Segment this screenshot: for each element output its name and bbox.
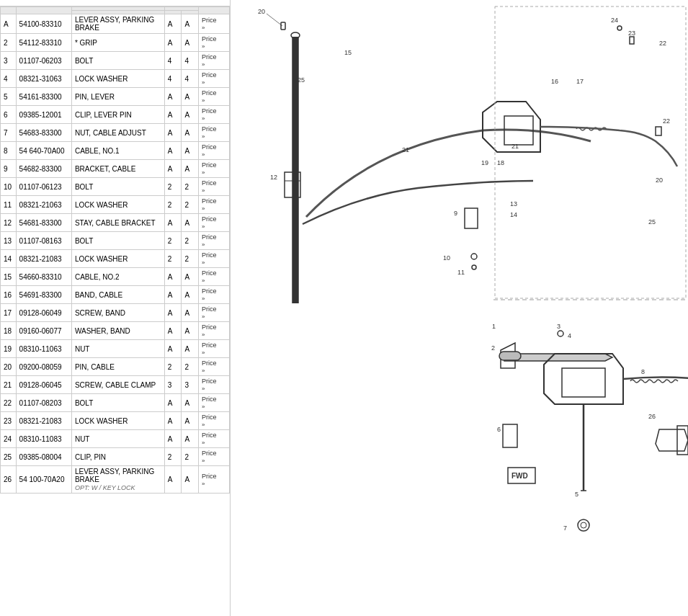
table-row[interactable]: 10 01107-06123 BOLT 2 2 Price» (1, 178, 230, 196)
row-name: STAY, CABLE BRACKET (71, 214, 164, 232)
row-v: A (164, 88, 182, 106)
row-price[interactable]: Price» (199, 160, 230, 178)
table-row[interactable]: 15 54660-83310 CABLE, NO.2 A A Price» (1, 268, 230, 286)
table-row[interactable]: 23 08321-21083 LOCK WASHER A A Price» (1, 412, 230, 430)
row-v: 2 (164, 448, 182, 466)
row-article: 08310-11063 (16, 340, 71, 358)
svg-text:2: 2 (491, 344, 495, 352)
table-row[interactable]: A 54100-83310 LEVER ASSY, PARKING BRAKE … (1, 14, 230, 34)
table-row[interactable]: 11 08321-21063 LOCK WASHER 2 2 Price» (1, 196, 230, 214)
row-price[interactable]: Price» (199, 466, 230, 494)
row-t: 2 (182, 178, 199, 196)
svg-text:10: 10 (443, 254, 450, 262)
svg-text:6: 6 (497, 426, 501, 433)
row-price[interactable]: Price» (199, 304, 230, 322)
row-name: BOLT (71, 52, 164, 70)
row-num: 16 (1, 286, 17, 304)
row-name: WASHER, BAND (71, 322, 164, 340)
row-article: 09200-08059 (16, 358, 71, 376)
svg-text:1: 1 (492, 323, 496, 330)
table-row[interactable]: 24 08310-11083 NUT A A Price» (1, 430, 230, 448)
row-v: 4 (164, 70, 182, 88)
table-row[interactable]: 6 09385-12001 CLIP, LEVER PIN A A Price» (1, 106, 230, 124)
svg-text:9: 9 (454, 210, 457, 217)
table-row[interactable]: 16 54691-83300 BAND, CABLE A A Price» (1, 286, 230, 304)
row-name: BRACKET, CABLE (71, 160, 164, 178)
row-v: 2 (164, 232, 182, 250)
row-article: 54682-83300 (16, 160, 71, 178)
row-price[interactable]: Price» (199, 394, 230, 412)
row-num: 26 (1, 466, 17, 494)
row-v: A (164, 268, 182, 286)
row-price[interactable]: Price» (199, 178, 230, 196)
row-price[interactable]: Price» (199, 412, 230, 430)
row-t: 2 (182, 448, 199, 466)
row-price[interactable]: Price» (199, 322, 230, 340)
row-price[interactable]: Price» (199, 34, 230, 52)
row-price[interactable]: Price» (199, 124, 230, 142)
svg-text:22: 22 (659, 40, 666, 47)
row-num: 19 (1, 340, 17, 358)
page-title (0, 0, 230, 6)
table-row[interactable]: 14 08321-21083 LOCK WASHER 2 2 Price» (1, 250, 230, 268)
row-v: 2 (164, 358, 182, 376)
row-price[interactable]: Price» (199, 358, 230, 376)
row-price[interactable]: Price» (199, 268, 230, 286)
row-price[interactable]: Price» (199, 70, 230, 88)
row-article: 54691-83300 (16, 286, 71, 304)
row-price[interactable]: Price» (199, 142, 230, 160)
row-price[interactable]: Price» (199, 196, 230, 214)
table-row[interactable]: 17 09128-06049 SCREW, BAND A A Price» (1, 304, 230, 322)
row-price[interactable]: Price» (199, 88, 230, 106)
row-v: 2 (164, 250, 182, 268)
table-row[interactable]: 25 09385-08004 CLIP, PIN 2 2 Price» (1, 448, 230, 466)
row-article: 08310-11083 (16, 430, 71, 448)
row-price[interactable]: Price» (199, 250, 230, 268)
row-t: 3 (182, 376, 199, 394)
row-v: A (164, 214, 182, 232)
row-price[interactable]: Price» (199, 232, 230, 250)
table-row[interactable]: 26 54 100-70A20 LEVER ASSY, PARKING BRAK… (1, 466, 230, 494)
row-num: 5 (1, 88, 17, 106)
row-price[interactable]: Price» (199, 286, 230, 304)
table-row[interactable]: 8 54 640-70A00 CABLE, NO.1 A A Price» (1, 142, 230, 160)
row-t: A (182, 304, 199, 322)
table-row[interactable]: 21 09128-06045 SCREW, CABLE CLAMP 3 3 Pr… (1, 376, 230, 394)
row-price[interactable]: Price» (199, 430, 230, 448)
table-row[interactable]: 4 08321-31063 LOCK WASHER 4 4 Price» (1, 70, 230, 88)
table-row[interactable]: 18 09160-06077 WASHER, BAND A A Price» (1, 322, 230, 340)
table-row[interactable]: 22 01107-08203 BOLT A A Price» (1, 394, 230, 412)
row-name: BOLT (71, 394, 164, 412)
svg-text:7: 7 (563, 525, 567, 532)
row-article: 54112-83310 (16, 34, 71, 52)
table-row[interactable]: 20 09200-08059 PIN, CABLE 2 2 Price» (1, 358, 230, 376)
table-row[interactable]: 9 54682-83300 BRACKET, CABLE A A Price» (1, 160, 230, 178)
row-price[interactable]: Price» (199, 340, 230, 358)
row-price[interactable]: Price» (199, 52, 230, 70)
table-row[interactable]: 3 01107-06203 BOLT 4 4 Price» (1, 52, 230, 70)
svg-text:13: 13 (510, 200, 517, 207)
svg-text:25: 25 (648, 218, 656, 226)
row-t: 2 (182, 232, 199, 250)
row-name: SCREW, CABLE CLAMP (71, 376, 164, 394)
table-row[interactable]: 7 54683-83300 NUT, CABLE ADJUST A A Pric… (1, 124, 230, 142)
row-price[interactable]: Price» (199, 448, 230, 466)
row-price[interactable]: Price» (199, 106, 230, 124)
svg-text:25: 25 (298, 76, 305, 84)
row-num: 15 (1, 268, 17, 286)
row-article: 01107-06123 (16, 178, 71, 196)
row-name: NUT (71, 430, 164, 448)
row-article: 54683-83300 (16, 124, 71, 142)
svg-text:4: 4 (568, 332, 571, 339)
table-row[interactable]: 5 54161-83300 PIN, LEVER A A Price» (1, 88, 230, 106)
svg-text:5: 5 (575, 491, 578, 498)
row-price[interactable]: Price» (199, 376, 230, 394)
svg-text:3: 3 (557, 323, 560, 330)
table-row[interactable]: 19 08310-11063 NUT A A Price» (1, 340, 230, 358)
row-price[interactable]: Price» (199, 14, 230, 34)
table-row[interactable]: 12 54681-83300 STAY, CABLE BRACKET A A P… (1, 214, 230, 232)
table-row[interactable]: 13 01107-08163 BOLT 2 2 Price» (1, 232, 230, 250)
table-row[interactable]: 2 54112-83310 * GRIP A A Price» (1, 34, 230, 52)
row-num: 20 (1, 358, 17, 376)
row-price[interactable]: Price» (199, 214, 230, 232)
